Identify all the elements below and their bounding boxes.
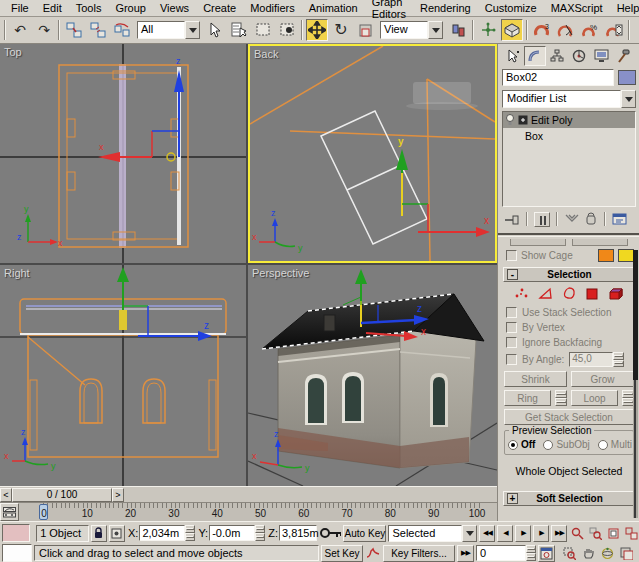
window-crossing-toggle-button[interactable]: [276, 19, 298, 41]
ring-spinner[interactable]: [555, 390, 567, 406]
time-slider-handle[interactable]: 0 / 100: [12, 488, 112, 502]
zoom-extents-button[interactable]: [605, 525, 621, 542]
auto-key-button[interactable]: Auto Key: [343, 525, 386, 542]
collapse-icon[interactable]: -: [507, 269, 518, 280]
bind-to-space-warp-button[interactable]: [111, 19, 133, 41]
preview-multi-radio[interactable]: [598, 440, 608, 450]
previous-frame-button[interactable]: ◀: [497, 525, 513, 542]
track-bar[interactable]: 0102030405060708090100: [0, 502, 497, 521]
expand-icon[interactable]: [518, 115, 528, 125]
clipped-button[interactable]: [572, 239, 628, 246]
viewport-back-label[interactable]: Back: [254, 48, 278, 60]
preview-off-label[interactable]: Off: [521, 439, 535, 450]
maximize-viewport-toggle-button[interactable]: [618, 545, 635, 562]
menu-item[interactable]: Views: [153, 1, 196, 15]
next-frame-button[interactable]: ▶: [533, 525, 549, 542]
track-bar-ruler[interactable]: 0102030405060708090100: [19, 503, 497, 522]
region-zoom-button[interactable]: [561, 545, 578, 562]
pan-button[interactable]: [580, 545, 597, 562]
menu-item[interactable]: Modifiers: [243, 1, 302, 15]
key-mode-dropdown-button[interactable]: [462, 525, 477, 542]
element-subobject-icon[interactable]: [609, 287, 625, 300]
select-and-rotate-button[interactable]: ↻: [330, 19, 352, 41]
loop-button[interactable]: Loop: [571, 390, 618, 406]
angle-snap-toggle-button[interactable]: [555, 19, 577, 41]
checkbox[interactable]: [506, 337, 517, 348]
scrollbar-thumb[interactable]: [633, 250, 638, 380]
soft-selection-rollout-header[interactable]: + Soft Selection: [503, 491, 635, 506]
vertex-subobject-icon[interactable]: [514, 287, 529, 300]
by-angle-value[interactable]: 45,0: [569, 352, 613, 367]
polygon-subobject-icon[interactable]: [586, 287, 600, 300]
get-stack-selection-button[interactable]: Get Stack Selection: [504, 409, 634, 425]
x-value-field[interactable]: 2,034m: [139, 525, 185, 541]
tab-display[interactable]: [590, 46, 612, 66]
y-value-field[interactable]: -0.0m: [209, 525, 255, 541]
menu-item[interactable]: Graph Editors: [365, 0, 413, 21]
selection-rollout-header[interactable]: - Selection: [503, 267, 635, 282]
modifier-list-dropdown-button[interactable]: [621, 90, 636, 108]
viewport-top[interactable]: x z y x z Top: [0, 44, 246, 263]
select-object-button[interactable]: [204, 19, 226, 41]
viewport-perspective[interactable]: z x z x y Perspective: [248, 265, 497, 486]
selection-filter-value[interactable]: All: [137, 21, 185, 39]
stack-item-edit-poly[interactable]: Edit Poly: [503, 112, 635, 128]
toolbar-grip[interactable]: [4, 20, 6, 40]
panel-scrollbar[interactable]: [633, 250, 638, 518]
preview-subobj-label[interactable]: SubObj: [556, 439, 589, 450]
by-angle-spinner[interactable]: [613, 352, 624, 367]
preview-subobj-radio[interactable]: [543, 440, 553, 450]
cage-selected-color-swatch[interactable]: [618, 249, 634, 262]
object-color-swatch[interactable]: [618, 70, 636, 85]
zoom-button[interactable]: [569, 525, 585, 542]
selection-filter-dropdown-button[interactable]: [185, 21, 200, 39]
set-key-mode-key-icon[interactable]: [319, 526, 341, 540]
go-to-end-button[interactable]: ▶▶: [551, 525, 567, 542]
selection-lock-toggle[interactable]: [91, 525, 107, 542]
clipped-button[interactable]: [510, 239, 566, 246]
key-mode-value[interactable]: Selected: [388, 525, 462, 542]
viewport-back-active[interactable]: y x z x y Back: [248, 44, 497, 263]
preview-multi-label[interactable]: Multi: [611, 439, 632, 450]
menu-item[interactable]: Create: [196, 1, 243, 15]
mini-curve-editor-button[interactable]: [0, 503, 19, 521]
tab-modify[interactable]: [524, 46, 546, 66]
percent-snap-toggle-button[interactable]: %: [579, 19, 601, 41]
menu-item[interactable]: Customize: [478, 1, 544, 15]
expand-icon[interactable]: +: [507, 493, 518, 504]
zoom-all-button[interactable]: [587, 525, 603, 542]
grow-button[interactable]: Grow: [571, 371, 634, 387]
menu-item[interactable]: MAXScript: [544, 1, 610, 15]
unlink-selection-button[interactable]: [87, 19, 109, 41]
tab-motion[interactable]: [568, 46, 590, 66]
y-spinner[interactable]: [255, 525, 265, 541]
keyboard-shortcut-override-button[interactable]: [501, 19, 523, 41]
select-and-manipulate-button[interactable]: [477, 19, 499, 41]
absolute-offset-mode-toggle[interactable]: [109, 525, 125, 542]
maxscript-mini-listener-white[interactable]: [2, 544, 32, 562]
stack-item-box[interactable]: Box: [503, 128, 635, 144]
time-configuration-button[interactable]: [538, 545, 555, 562]
configure-modifier-sets-icon[interactable]: [612, 212, 628, 226]
play-button[interactable]: ▶: [515, 525, 531, 542]
menu-item[interactable]: Edit: [36, 1, 69, 15]
viewport-right[interactable]: z z x y Right: [0, 265, 246, 486]
current-frame-field[interactable]: 0: [476, 545, 526, 561]
select-and-move-button[interactable]: [306, 19, 328, 41]
go-to-start-button[interactable]: ◀◀: [479, 525, 495, 542]
tab-utilities[interactable]: [612, 46, 634, 66]
checkbox-row[interactable]: By Vertex: [506, 322, 634, 333]
snaps-toggle-button[interactable]: 3: [531, 19, 553, 41]
use-pivot-point-center-button[interactable]: [447, 19, 469, 41]
menu-item[interactable]: Group: [108, 1, 153, 15]
border-subobject-icon[interactable]: [562, 287, 577, 300]
menu-item[interactable]: Rendering: [413, 1, 478, 15]
viewport-right-label[interactable]: Right: [4, 267, 30, 279]
next-frame-arrow-button[interactable]: >: [112, 488, 124, 502]
checkbox-row[interactable]: Ignore Backfacing: [506, 337, 634, 348]
checkbox[interactable]: [506, 307, 517, 318]
reference-coordinate-value[interactable]: View: [380, 21, 428, 39]
menu-item[interactable]: Animation: [302, 1, 365, 15]
arc-rotate-button[interactable]: [599, 545, 616, 562]
viewport-top-label[interactable]: Top: [4, 46, 22, 58]
